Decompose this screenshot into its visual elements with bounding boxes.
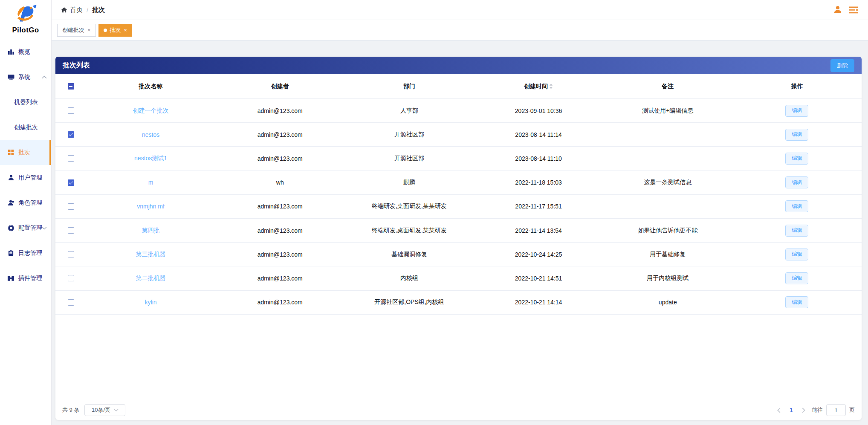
sidebar-item-label: 系统 (18, 73, 30, 81)
table-row: vnmjhn mfadmin@123.com终端研发,桌面研发,某某研发2022… (55, 195, 862, 219)
column-header-3[interactable]: 创建时间 (474, 83, 603, 90)
tabbar: 创建批次×批次× (52, 20, 868, 40)
column-header-4: 备注 (603, 83, 732, 90)
sidebar-item-batch[interactable]: 批次 (0, 140, 51, 165)
batch-name-link[interactable]: vnmjhn mf (137, 203, 165, 210)
close-tab-icon[interactable]: × (124, 27, 127, 33)
sidebar-item-create-batch[interactable]: 创建批次 (0, 115, 51, 140)
sidebar-menu: 概览系统机器列表创建批次批次用户管理角色管理配置管理日志管理插件管理 (0, 39, 51, 425)
create-time-cell: 2022-10-21 14:51 (474, 275, 603, 282)
sidebar-item-role-mgmt[interactable]: 角色管理 (0, 190, 51, 215)
row-checkbox[interactable] (68, 179, 74, 186)
sort-caret-icon[interactable] (549, 83, 553, 90)
note-cell: 测试使用+编辑信息 (603, 107, 732, 115)
row-checkbox[interactable] (68, 275, 74, 281)
column-label: 备注 (662, 83, 674, 90)
table-row: 创建一个批次admin@123.com人事部2023-09-01 10:36测试… (55, 99, 862, 123)
creator-cell: admin@123.com (215, 203, 344, 210)
next-page-button[interactable] (802, 408, 806, 413)
close-tab-icon[interactable]: × (87, 27, 91, 33)
sidebar-item-config-mgmt[interactable]: 配置管理 (0, 215, 51, 240)
page-size-value: 10条/页 (92, 406, 110, 414)
row-checkbox[interactable] (68, 227, 74, 234)
edit-button[interactable]: 编辑 (785, 153, 808, 165)
department-cell: 终端研发,桌面研发,某某研发 (344, 202, 474, 210)
batch-name-link[interactable]: nestos (142, 131, 159, 138)
pagination-bar: 共 9 条 10条/页 1 (55, 400, 862, 420)
sidebar-item-label: 日志管理 (18, 249, 42, 257)
sidebar-item-label: 插件管理 (18, 275, 42, 282)
tab-label: 创建批次 (62, 26, 84, 34)
edit-button[interactable]: 编辑 (785, 129, 808, 141)
table-row: nestosadmin@123.com开源社区部2023-08-14 11:14… (55, 123, 862, 147)
pilotgo-logo-icon (13, 5, 38, 25)
row-checkbox[interactable] (68, 155, 74, 162)
row-checkbox[interactable] (68, 131, 74, 138)
batch-name-link[interactable]: nestos测试1 (134, 155, 167, 162)
page-number-1[interactable]: 1 (787, 407, 796, 413)
sidebar-item-label: 用户管理 (18, 174, 42, 182)
edit-button[interactable]: 编辑 (785, 225, 808, 237)
user-avatar-icon[interactable] (833, 5, 842, 14)
department-cell: 开源社区部,OPS组,内核组 (344, 298, 474, 306)
select-all-checkbox[interactable] (68, 83, 74, 90)
sidebar-item-plugin-mgmt[interactable]: 插件管理 (0, 266, 51, 291)
batch-name-link[interactable]: 第四批 (142, 227, 160, 234)
goto-page-input[interactable] (826, 404, 846, 416)
batch-name-link[interactable]: kylin (145, 299, 157, 306)
tab-batch[interactable]: 批次× (98, 24, 133, 37)
row-checkbox[interactable] (68, 251, 74, 257)
breadcrumb-home[interactable]: 首页 (61, 6, 83, 14)
row-checkbox[interactable] (68, 203, 74, 210)
edit-button[interactable]: 编辑 (785, 272, 808, 284)
row-checkbox[interactable] (68, 299, 74, 306)
page-size-select[interactable]: 10条/页 (84, 404, 125, 416)
main-area: 首页 / 批次 创建批次×批次× 批次列表 删除 (52, 0, 868, 425)
create-time-cell: 2022-10-24 14:25 (474, 251, 603, 258)
edit-button[interactable]: 编辑 (785, 176, 808, 188)
table-body: 创建一个批次admin@123.com人事部2023-09-01 10:36测试… (55, 99, 862, 315)
tab-create-batch[interactable]: 创建批次× (57, 24, 96, 37)
home-icon (61, 7, 67, 13)
department-cell: 开源社区部 (344, 131, 474, 139)
brand-name: PilotGo (12, 26, 39, 35)
sidebar-item-overview[interactable]: 概览 (0, 39, 51, 64)
batch-name-link[interactable]: 第三批机器 (136, 251, 166, 257)
creator-cell: admin@123.com (215, 299, 344, 306)
sidebar-item-log-mgmt[interactable]: 日志管理 (0, 240, 51, 266)
sidebar-item-label: 机器列表 (14, 98, 38, 106)
creator-cell: admin@123.com (215, 131, 344, 138)
chevron-down-icon (42, 226, 47, 230)
column-header-1: 创建者 (215, 83, 344, 90)
column-label: 创建者 (271, 83, 289, 90)
creator-cell: admin@123.com (215, 251, 344, 258)
sidebar-item-user-mgmt[interactable]: 用户管理 (0, 165, 51, 190)
grid-icon (7, 149, 14, 156)
department-cell: 内核组 (344, 275, 474, 282)
plugin-icon (7, 275, 14, 282)
sidebar-item-system[interactable]: 系统 (0, 64, 51, 90)
create-time-cell: 2022-11-18 15:03 (474, 179, 603, 186)
content-area: 批次列表 删除 批次名称创建者部门创建时间备注操作 创建一个批次admin@12… (52, 40, 868, 425)
edit-button[interactable]: 编辑 (785, 296, 808, 308)
edit-button[interactable]: 编辑 (785, 249, 808, 260)
note-cell: 用于内核组测试 (603, 275, 732, 282)
batch-name-link[interactable]: m (148, 179, 153, 186)
batch-name-link[interactable]: 第二批机器 (136, 275, 166, 281)
column-label: 批次名称 (139, 83, 163, 90)
note-cell: 如果让他告诉他更不能 (603, 227, 732, 234)
delete-button[interactable]: 删除 (830, 59, 854, 72)
edit-button[interactable]: 编辑 (785, 200, 808, 212)
page-suffix-label: 页 (849, 406, 855, 414)
nav-menu-icon[interactable] (849, 6, 859, 14)
log-icon (7, 249, 14, 257)
batch-name-link[interactable]: 创建一个批次 (133, 107, 169, 114)
breadcrumb: 首页 / 批次 (61, 6, 105, 14)
chevron-up-icon (42, 75, 47, 79)
edit-button[interactable]: 编辑 (785, 105, 808, 117)
breadcrumb-separator: / (87, 6, 88, 14)
sidebar-item-machine-list[interactable]: 机器列表 (0, 90, 51, 115)
create-time-cell: 2023-08-14 11:14 (474, 131, 603, 138)
prev-page-button[interactable] (777, 408, 781, 413)
row-checkbox[interactable] (68, 107, 74, 114)
